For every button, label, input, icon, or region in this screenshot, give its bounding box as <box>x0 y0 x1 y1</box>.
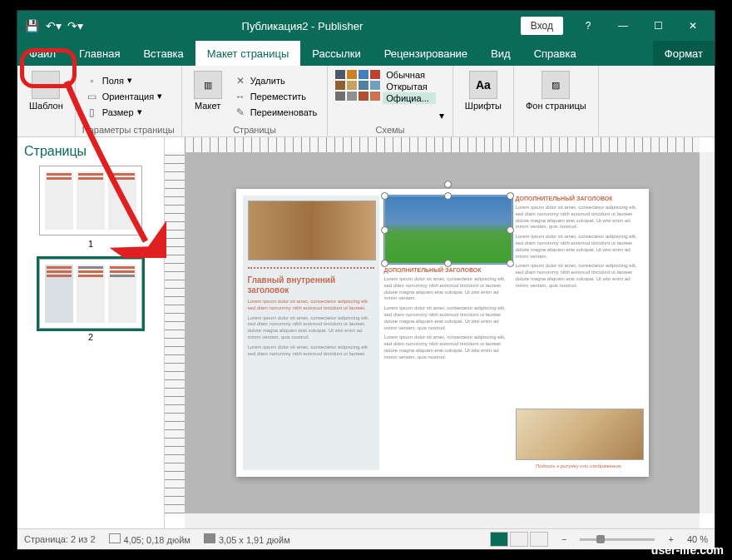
move-button[interactable]: ↔Переместить <box>230 89 321 104</box>
tab-format[interactable]: Формат <box>653 41 715 66</box>
orientation-button[interactable]: ▭Ориентация ▾ <box>82 89 175 104</box>
horizontal-scrollbar[interactable] <box>185 513 700 528</box>
redo-icon[interactable]: ↷▾ <box>66 17 84 35</box>
horizontal-ruler[interactable] <box>185 137 700 153</box>
signin-button[interactable]: Вход <box>521 17 563 35</box>
delete-icon: ✕ <box>234 74 247 87</box>
tab-mailings[interactable]: Рассылки <box>300 41 372 66</box>
image-landscape-selected[interactable] <box>384 196 512 264</box>
page-thumb-2[interactable]: 2 <box>24 259 157 342</box>
minimize-icon[interactable]: — <box>606 11 640 41</box>
schemes-more[interactable]: ▾ <box>438 108 446 123</box>
size-button[interactable]: ▯Размер ▾ <box>82 105 175 120</box>
layout-icon: ▥ <box>194 71 222 99</box>
margins-button[interactable]: ▫Поля ▾ <box>82 73 175 88</box>
tab-home[interactable]: Главная <box>67 41 131 66</box>
image-books[interactable] <box>248 201 376 260</box>
tab-insert[interactable]: Вставка <box>131 41 195 66</box>
scheme-normal[interactable]: Обычная <box>383 69 435 81</box>
maximize-icon[interactable]: ☐ <box>641 11 675 41</box>
scheme-open[interactable]: Открытая <box>383 81 435 92</box>
zoom-slider[interactable] <box>580 538 655 541</box>
status-bar: Страница: 2 из 2 4,05; 0,18 дюйм 3,05 x … <box>17 528 715 549</box>
save-icon[interactable]: 💾 <box>22 17 41 35</box>
main-heading[interactable]: Главный внутренний заголовок <box>248 275 374 295</box>
vertical-scrollbar[interactable] <box>699 152 715 513</box>
image-book-open[interactable] <box>516 409 644 460</box>
tab-review[interactable]: Рецензирование <box>373 41 479 66</box>
undo-icon[interactable]: ↶▾ <box>44 17 62 35</box>
rename-icon: ✎ <box>234 106 247 119</box>
status-size: 3,05 x 1,91 дюйм <box>204 533 290 545</box>
ribbon-tabs: Файл Главная Вставка Макет страницы Расс… <box>17 41 715 66</box>
delete-button[interactable]: ✕Удалить <box>230 73 321 88</box>
image-caption[interactable]: Подпись к рисунку или изображению <box>516 463 642 470</box>
size-icon: ▯ <box>86 106 99 119</box>
scheme-official[interactable]: Официа... <box>383 92 435 104</box>
zoom-out[interactable]: − <box>561 534 566 544</box>
page-thumb-1[interactable]: 1 <box>24 166 157 249</box>
layout-button[interactable]: ▥ Макет <box>189 69 227 123</box>
orientation-icon: ▭ <box>86 90 99 103</box>
editor-canvas[interactable]: Главный внутренний заголовок Lorem ipsum… <box>165 137 715 528</box>
group-page-params: Параметры страницы <box>82 123 175 135</box>
background-button[interactable]: ▨ Фон страницы <box>521 69 591 133</box>
view-mode-buttons[interactable] <box>490 532 548 547</box>
page-navigation: Страницы 1 2 <box>17 137 165 528</box>
vertical-ruler[interactable] <box>165 152 185 513</box>
fonts-icon: Aa <box>469 71 497 99</box>
tab-help[interactable]: Справка <box>522 41 588 66</box>
color-schemes[interactable]: Обычная Открытая Официа... ▾ <box>334 69 445 123</box>
rename-button[interactable]: ✎Переименовать <box>230 105 321 120</box>
background-icon: ▨ <box>542 71 570 99</box>
move-icon: ↔ <box>234 90 247 103</box>
status-position: 4,05; 0,18 дюйм <box>109 533 190 545</box>
group-pages: Страницы <box>189 123 321 135</box>
status-page[interactable]: Страница: 2 из 2 <box>24 534 96 544</box>
group-schemes: Схемы <box>334 123 445 135</box>
help-icon[interactable]: ? <box>571 11 605 41</box>
fonts-button[interactable]: Aa Шрифты <box>460 69 507 133</box>
sub-heading-3[interactable]: ДОПОЛНИТЕЛЬНЫЙ ЗАГОЛОВОК <box>516 196 642 201</box>
publication-page[interactable]: Главный внутренний заголовок Lorem ipsum… <box>236 189 649 477</box>
template-button[interactable]: ▭ Шаблон <box>24 69 68 133</box>
sub-heading-2[interactable]: ДОПОЛНИТЕЛЬНЫЙ ЗАГОЛОВОК <box>384 267 511 273</box>
template-icon: ▭ <box>32 71 60 99</box>
window-title: Публикация2 - Publisher <box>84 20 521 32</box>
watermark: user-life.com <box>651 543 724 557</box>
ribbon: ▭ Шаблон ▫Поля ▾ ▭Ориентация ▾ ▯Размер ▾… <box>17 66 715 137</box>
nav-title: Страницы <box>24 144 157 159</box>
tab-page-layout[interactable]: Макет страницы <box>195 41 301 66</box>
close-icon[interactable]: ✕ <box>676 11 710 41</box>
title-bar: 💾 ↶▾ ↷▾ Публикация2 - Publisher Вход ? —… <box>17 11 715 41</box>
tab-view[interactable]: Вид <box>479 41 522 66</box>
margins-icon: ▫ <box>86 74 99 87</box>
tab-file[interactable]: Файл <box>17 41 67 66</box>
